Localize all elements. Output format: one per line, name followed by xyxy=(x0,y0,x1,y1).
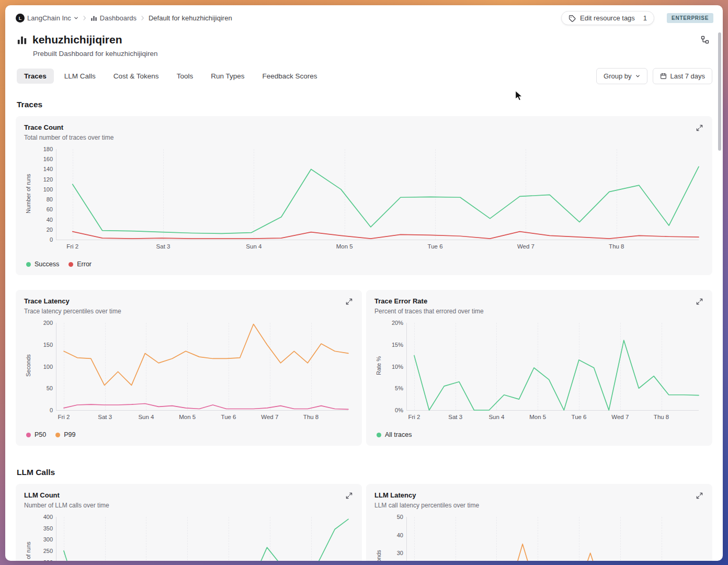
legend-dot-icon xyxy=(377,433,381,437)
y-tick-label: 5% xyxy=(395,385,403,391)
expand-icon[interactable] xyxy=(695,491,704,502)
x-tick-label: Sat 3 xyxy=(98,414,112,420)
legend-item-success[interactable]: Success xyxy=(26,261,59,268)
tag-icon xyxy=(568,15,576,22)
y-tick-label: 50 xyxy=(397,514,403,520)
expand-icon[interactable] xyxy=(345,491,354,502)
y-tick-label: 100 xyxy=(43,364,53,370)
y-tick-label: 0 xyxy=(50,236,53,243)
card-title: Trace Count xyxy=(24,123,695,131)
page-subtitle: Prebuilt Dashboard for kehuzhichijiqiren xyxy=(33,50,158,58)
x-tick-label: Sat 3 xyxy=(156,243,170,250)
breadcrumb-dashboards[interactable]: Dashboards xyxy=(90,14,136,22)
legend-dot-icon xyxy=(26,262,31,267)
y-tick-label: 100 xyxy=(43,186,53,193)
x-tick-label: Mon 5 xyxy=(179,414,196,420)
expand-icon[interactable] xyxy=(695,123,704,134)
vertical-scrollbar[interactable] xyxy=(718,32,721,151)
breadcrumb: L LangChain Inc Dashboards Default for k… xyxy=(16,14,232,22)
y-tick-label: 60 xyxy=(47,206,53,212)
trace-latency-card: Trace Latency Trace latency percentiles … xyxy=(16,290,362,446)
llm-latency-chart: Fri 2Sat 3Sun 4Mon 5Tue 6Wed 7Thu 801020… xyxy=(382,514,704,561)
llm-latency-card: LLM Latency LLM call latency percentiles… xyxy=(366,484,712,561)
page-header: kehuzhichijiqiren Prebuilt Dashboard for… xyxy=(5,27,723,58)
card-title: LLM Count xyxy=(24,491,345,499)
chevron-down-icon xyxy=(74,16,78,20)
llm-count-card: LLM Count Number of LLM calls over time … xyxy=(16,484,362,561)
group-by-label: Group by xyxy=(604,72,631,80)
y-tick-label: 80 xyxy=(47,196,53,202)
tab-feedback-scores[interactable]: Feedback Scores xyxy=(255,69,324,84)
x-tick-label: Wed 7 xyxy=(517,243,534,250)
tab-tools[interactable]: Tools xyxy=(169,69,201,84)
edit-resource-tags-label: Edit resource tags xyxy=(580,14,635,22)
breadcrumb-separator-icon xyxy=(82,15,87,21)
expand-icon[interactable] xyxy=(345,297,354,308)
section-title-llm-calls: LLM Calls xyxy=(17,468,711,477)
card-title: LLM Latency xyxy=(374,491,695,499)
y-tick-label: 300 xyxy=(43,536,53,543)
x-tick-label: Fri 2 xyxy=(408,414,420,420)
x-tick-label: Mon 5 xyxy=(529,414,546,420)
date-range-button[interactable]: Last 7 days xyxy=(653,68,713,84)
expand-icon[interactable] xyxy=(695,297,704,308)
x-tick-label: Fri 2 xyxy=(58,414,70,420)
card-subtitle: LLM call latency percentiles over time xyxy=(374,502,695,509)
tab-cost-tokens[interactable]: Cost & Tokens xyxy=(106,69,166,84)
tab-traces[interactable]: Traces xyxy=(17,69,54,84)
trace-count-card: Trace Count Total number of traces over … xyxy=(16,116,712,275)
x-tick-label: Tue 6 xyxy=(221,414,236,420)
edit-resource-tags-button[interactable]: Edit resource tags 1 xyxy=(561,11,654,25)
app-window: L LangChain Inc Dashboards Default for k… xyxy=(5,5,723,561)
tab-run-types[interactable]: Run Types xyxy=(203,69,252,84)
x-tick-label: Sat 3 xyxy=(448,414,462,420)
legend-item-p50[interactable]: P50 xyxy=(26,431,46,438)
trace-error-rate-card: Trace Error Rate Percent of traces that … xyxy=(366,290,712,446)
y-axis-label: Seconds xyxy=(374,514,382,561)
legend-label: All traces xyxy=(385,431,412,438)
tab-llm-calls[interactable]: LLM Calls xyxy=(57,69,103,84)
x-tick-label: Wed 7 xyxy=(611,414,629,420)
tab-bar: Traces LLM Calls Cost & Tokens Tools Run… xyxy=(5,58,723,84)
legend-label: Error xyxy=(77,261,92,268)
legend-item-error[interactable]: Error xyxy=(69,261,92,268)
card-title: Trace Error Rate xyxy=(374,297,695,305)
chart-legend: SuccessError xyxy=(26,261,704,268)
chevron-down-icon xyxy=(635,74,640,78)
section-title-traces: Traces xyxy=(17,100,711,109)
chart-legend: All traces xyxy=(377,431,704,438)
x-tick-label: Sun 4 xyxy=(488,414,504,420)
breadcrumb-current: Default for kehuzhichijiqiren xyxy=(149,14,232,22)
group-by-button[interactable]: Group by xyxy=(596,68,647,84)
x-tick-label: Thu 8 xyxy=(303,414,318,420)
y-axis-label: Number of runs xyxy=(24,514,32,561)
dashboard-tree-icon[interactable] xyxy=(699,33,711,48)
trace-latency-chart: Fri 2Sat 3Sun 4Mon 5Tue 6Wed 7Thu 805010… xyxy=(32,320,354,425)
trace-count-chart: Fri 2Sat 3Sun 4Mon 5Tue 6Wed 7Thu 802040… xyxy=(32,146,704,254)
x-tick-label: Fri 2 xyxy=(66,243,78,250)
y-tick-label: 200 xyxy=(43,559,53,561)
y-tick-label: 350 xyxy=(43,525,53,532)
y-tick-label: 140 xyxy=(43,166,53,172)
x-tick-label: Sun 4 xyxy=(246,243,261,250)
y-axis-label: Seconds xyxy=(24,320,32,425)
legend-dot-icon xyxy=(26,433,31,437)
org-switcher[interactable]: L LangChain Inc xyxy=(16,14,78,22)
y-tick-label: 0% xyxy=(395,407,403,413)
y-tick-label: 120 xyxy=(43,176,53,183)
y-tick-label: 20 xyxy=(47,227,53,233)
y-tick-label: 40 xyxy=(47,217,53,223)
breadcrumb-separator-icon xyxy=(140,15,145,21)
y-tick-label: 0 xyxy=(50,407,53,413)
x-tick-label: Thu 8 xyxy=(654,414,669,420)
legend-item-all-traces[interactable]: All traces xyxy=(377,431,412,438)
legend-item-p99[interactable]: P99 xyxy=(55,431,75,438)
y-tick-label: 400 xyxy=(43,514,53,520)
x-tick-label: Tue 6 xyxy=(572,414,587,420)
legend-label: P99 xyxy=(64,431,75,438)
legend-label: Success xyxy=(35,261,59,268)
dashboard-icon xyxy=(90,15,97,21)
x-tick-label: Tue 6 xyxy=(428,243,443,250)
x-tick-label: Thu 8 xyxy=(609,243,624,250)
legend-dot-icon xyxy=(55,433,60,437)
